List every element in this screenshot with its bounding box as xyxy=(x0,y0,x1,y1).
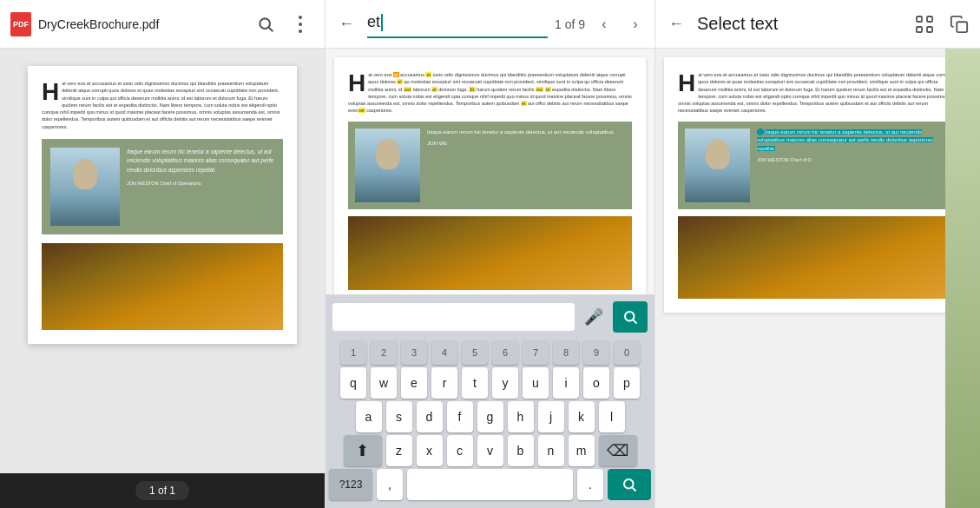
key-x[interactable]: x xyxy=(417,435,443,466)
svg-point-7 xyxy=(624,479,634,489)
key-f[interactable]: f xyxy=(447,401,473,432)
panel2-doc-page: H at vero eos et accusamus et iusto odio… xyxy=(334,57,646,294)
svg-rect-13 xyxy=(957,22,967,32)
key-2[interactable]: 2 xyxy=(371,340,397,365)
keyboard-rows: 1 2 3 4 5 6 7 8 9 0 q w e r t y u i xyxy=(326,336,654,505)
pdf-testimonial-card: Itaque earum rerum hic tenetur a sapient… xyxy=(42,139,283,234)
key-7[interactable]: 7 xyxy=(523,340,549,365)
key-8[interactable]: 8 xyxy=(553,340,579,365)
next-result-button[interactable]: › xyxy=(623,12,648,36)
period-key[interactable]: . xyxy=(577,469,603,500)
keyboard-search-button[interactable] xyxy=(613,301,648,333)
space-key[interactable] xyxy=(407,469,573,500)
search-input-display[interactable]: et xyxy=(367,10,548,38)
keyboard-row2: a s d f g h j k l xyxy=(329,401,651,432)
key-q[interactable]: q xyxy=(340,367,366,399)
key-s[interactable]: s xyxy=(386,401,412,432)
symbols-key[interactable]: ?123 xyxy=(329,469,372,500)
search-match-et-2: et xyxy=(425,72,431,77)
key-e[interactable]: e xyxy=(401,367,427,399)
pdf-card-name: JON WESTON Chief of Operations xyxy=(127,180,274,188)
selected-text[interactable]: Itaque earum rerum hic tenetur a sapient… xyxy=(757,129,933,151)
pdf-filename: DryCreekBrochure.pdf xyxy=(38,17,245,31)
delete-key[interactable]: ⌫ xyxy=(599,435,637,466)
panel2-person-image xyxy=(355,129,420,202)
key-3[interactable]: 3 xyxy=(401,340,427,365)
key-5[interactable]: 5 xyxy=(462,340,488,365)
pdf-text-block: H at vero eos et accusamus et iusto odio… xyxy=(42,80,283,130)
panel3-carrot-image xyxy=(678,216,957,299)
panel2-carrot-image xyxy=(348,216,632,290)
key-d[interactable]: d xyxy=(417,401,443,432)
key-0[interactable]: 0 xyxy=(614,340,640,365)
key-j[interactable]: j xyxy=(538,401,564,432)
svg-point-3 xyxy=(299,23,302,26)
mic-button[interactable]: 🎤 xyxy=(580,303,608,331)
panel3-side-vineyard-image xyxy=(945,49,980,508)
panel3-back-button[interactable]: ← xyxy=(662,10,690,38)
keyboard-search-input[interactable] xyxy=(332,303,575,331)
panel2-card-name: JON WE xyxy=(427,140,625,148)
key-9[interactable]: 9 xyxy=(583,340,609,365)
panel2-search-view: ← et 1 of 9 ‹ › H at vero eos et accusam… xyxy=(326,0,655,508)
svg-point-4 xyxy=(299,30,302,33)
key-i[interactable]: i xyxy=(553,367,579,399)
search-match-est-1: est xyxy=(404,87,411,92)
key-6[interactable]: 6 xyxy=(492,340,518,365)
panel2-header: ← et 1 of 9 ‹ › xyxy=(326,0,654,49)
shift-key[interactable]: ⬆ xyxy=(344,435,382,466)
pdf-dropcap: H xyxy=(42,80,59,104)
panel3-card-quote-selected: Itaque earum rerum hic tenetur a sapient… xyxy=(757,129,950,154)
key-h[interactable]: h xyxy=(508,401,534,432)
copy-icon[interactable] xyxy=(945,10,973,38)
keyboard-go-button[interactable] xyxy=(608,469,651,500)
back-button[interactable]: ← xyxy=(332,10,360,38)
key-4[interactable]: 4 xyxy=(431,340,457,365)
search-text-value: et xyxy=(367,13,380,30)
svg-rect-12 xyxy=(927,27,932,32)
panel3-card-name: JON WESTON Chief of O xyxy=(757,156,950,164)
panel3-text-block: H at vero eos et accusamus et iusto odio… xyxy=(678,71,957,115)
panel1-header: PDF DryCreekBrochure.pdf xyxy=(0,0,325,49)
svg-point-5 xyxy=(625,312,635,321)
search-match-et-3: et xyxy=(397,79,403,84)
panel3-select-text-view: ← Select text H at vero eos et accusamus… xyxy=(655,0,980,508)
key-o[interactable]: o xyxy=(583,367,609,399)
search-icon[interactable] xyxy=(252,10,280,38)
panel1-pdf-viewer: PDF DryCreekBrochure.pdf H at vero eos e… xyxy=(0,0,326,508)
svg-line-6 xyxy=(633,320,636,323)
key-l[interactable]: l xyxy=(599,401,625,432)
key-a[interactable]: a xyxy=(356,401,382,432)
key-k[interactable]: k xyxy=(569,401,595,432)
svg-line-8 xyxy=(632,487,635,491)
key-p[interactable]: p xyxy=(614,367,640,399)
key-m[interactable]: m xyxy=(569,435,595,466)
panel2-card: Itaque earum rerum hic tenetur a sapient… xyxy=(348,122,632,209)
key-r[interactable]: r xyxy=(431,367,457,399)
key-w[interactable]: w xyxy=(371,367,397,399)
svg-rect-10 xyxy=(917,27,922,32)
key-z[interactable]: z xyxy=(386,435,412,466)
more-options-icon[interactable] xyxy=(286,10,314,38)
comma-key[interactable]: , xyxy=(377,469,403,500)
panel3-person-image xyxy=(685,129,750,202)
key-1[interactable]: 1 xyxy=(340,340,366,365)
panel3-title: Select text xyxy=(697,14,904,34)
selection-grid-icon[interactable] xyxy=(911,10,938,38)
pdf-page: H at vero eos et accusamus et iusto odio… xyxy=(28,66,297,344)
key-n[interactable]: n xyxy=(538,435,564,466)
panel1-footer: 1 of 1 xyxy=(0,473,325,508)
panel3-doc-page: H at vero eos et accusamus et iusto odio… xyxy=(664,57,971,313)
keyboard-row3: ⬆ z x c v b n m ⌫ xyxy=(329,435,651,466)
key-y[interactable]: y xyxy=(492,367,518,399)
key-c[interactable]: c xyxy=(447,435,473,466)
key-v[interactable]: v xyxy=(477,435,503,466)
text-cursor xyxy=(381,14,383,31)
pdf-person-image xyxy=(50,148,120,226)
prev-result-button[interactable]: ‹ xyxy=(592,12,616,36)
key-g[interactable]: g xyxy=(477,401,503,432)
key-b[interactable]: b xyxy=(508,435,534,466)
panel2-document-area: H at vero eos et accusamus et iusto odio… xyxy=(326,49,654,294)
key-u[interactable]: u xyxy=(523,367,549,399)
key-t[interactable]: t xyxy=(462,367,488,399)
